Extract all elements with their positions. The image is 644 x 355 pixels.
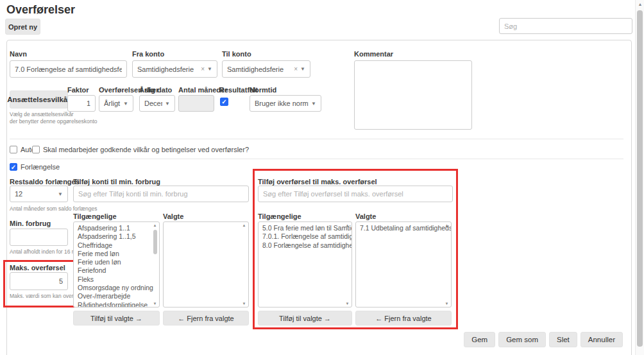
til-konto-value: Samtidighedsferie [227,65,291,73]
maks-overfoersel-search-input[interactable] [258,186,453,202]
delete-button[interactable]: Slet [549,332,577,347]
til-konto-select[interactable]: Samtidighedsferie × ▼ [222,60,310,78]
min-forbrug-selected-label: Valgte [163,212,183,220]
list-item[interactable]: 8.0 Forlængelse af samtidighedsferie - c [262,241,344,250]
list-item[interactable]: Feriefond [78,266,151,275]
faktor-input[interactable] [67,95,96,112]
min-forbrug-selected-list[interactable]: ▲ ▼ [163,221,249,307]
fra-konto-select[interactable]: Samtidighedsferie × ▼ [132,60,217,78]
list-item[interactable]: 7.0.1. Forlængelse af samtidighedsferie [262,232,344,241]
chevron-down-icon: ▼ [311,101,316,107]
overfoerelsen-sker-value: Årligt [104,100,121,107]
save-as-button[interactable]: Gem som [498,332,546,347]
cancel-button[interactable]: Annuller [580,332,623,347]
list-item[interactable]: Ferie med løn [78,250,151,258]
list-item[interactable]: 5.0 Fra ferie med løn til Samtidighedsfe… [262,224,344,232]
transfer-form-panel: Navn Fra konto Samtidighedsferie × ▼ Til… [6,40,632,355]
normtid-value: Bruger ikke normtid [255,100,309,107]
maks-overfoersel-selected-label: Valgte [355,212,376,220]
scroll-up-icon[interactable]: ▲ [241,223,247,227]
maks-overfoersel-add-button[interactable]: Tilføj til valgte → [258,311,352,325]
scroll-up-icon[interactable]: ▲ [152,223,158,227]
clear-icon[interactable]: × [294,65,298,73]
antal-maaneder-input [178,95,214,112]
scroll-up-icon[interactable]: ▲ [444,223,450,227]
list-scrollbar[interactable]: ▲ ▼ [152,223,158,306]
scroll-thumb[interactable] [153,230,157,254]
faktor-label: Faktor [67,86,89,94]
maks-overfoersel-search-label: Tilføj overførsel til maks. overførsel [258,178,377,186]
list-item[interactable]: Afspadsering 1..1 [78,224,151,232]
scroll-down-icon[interactable]: ▼ [344,302,350,306]
godkend-label: Skal medarbejder godkende vilkår og beti… [43,146,249,153]
maks-overfoersel-remove-button[interactable]: ← Fjern fra valgte [355,311,452,325]
list-item[interactable]: Omsorgsdage ny ordning [78,284,151,292]
min-forbrug-label: Min. forbrug [10,220,51,227]
restsaldo-value: 12 [15,190,55,198]
chevron-down-icon: ▼ [165,101,170,107]
scroll-up-icon[interactable]: ▲ [344,223,350,227]
fra-konto-label: Fra konto [132,50,164,58]
search-input[interactable] [499,18,632,34]
maks-overfoersel-input[interactable] [10,272,68,290]
scroll-down-icon[interactable]: ▼ [152,302,158,306]
list-item[interactable]: Ferie uden løn [78,258,151,266]
list-item[interactable]: 7.1 Udbetaling af samtidighedsferie [360,224,443,232]
auto-checkbox[interactable] [10,146,17,153]
list-scrollbar[interactable]: ▲ ▼ [344,223,350,306]
list-scrollbar[interactable]: ▲ ▼ [444,223,450,306]
list-item[interactable]: Afspadsering 1..1,5 [78,232,151,241]
resultatfelt-checkbox[interactable]: ✓ [220,98,228,106]
save-button[interactable]: Gem [464,332,495,347]
til-konto-label: Til konto [222,50,251,58]
scroll-down-icon[interactable]: ▼ [241,302,247,306]
window-scrollbar[interactable]: ▲ [635,0,644,355]
divider [10,159,623,159]
list-item[interactable]: Fleks [78,275,151,284]
normtid-select[interactable]: Bruger ikke normtid ▼ [250,95,321,112]
min-forbrug-search-input[interactable] [73,186,249,202]
chevron-down-icon: ▼ [58,191,63,197]
navn-label: Navn [10,50,27,58]
scroll-thumb[interactable] [637,10,643,347]
page-title: Overførelser [6,3,75,17]
list-item[interactable]: Cheffridage [78,241,151,250]
chevron-down-icon: ▼ [123,101,128,107]
forlaengelse-label: Forlængelse [21,163,60,171]
overfoerelsen-sker-select[interactable]: Årligt ▼ [99,95,133,112]
maks-overfoersel-available-label: Tilgængelige [258,212,301,220]
aarlig-dato-label: Årlig dato [139,86,172,94]
kommentar-textarea[interactable] [354,60,472,130]
scroll-down-icon[interactable]: ▼ [444,302,450,306]
fra-konto-value: Samtidighedsferie [137,65,198,73]
footer-actions: Gem Gem som Slet Annuller [464,332,623,347]
aarlig-dato-value: December [144,100,162,107]
godkend-checkbox[interactable] [32,146,40,153]
create-new-button[interactable]: Opret ny [5,19,40,35]
navn-input[interactable] [10,60,127,78]
maks-overfoersel-available-list[interactable]: ▲ ▼ 5.0 Fra ferie med løn til Samtidighe… [258,221,352,307]
chevron-down-icon[interactable]: ▼ [207,66,212,72]
clear-icon[interactable]: × [201,65,205,73]
restsaldo-label: Restsaldo forlænges [10,178,80,186]
maks-overfoersel-selected-list[interactable]: ▲ ▼ 7.1 Udbetaling af samtidighedsferie [355,221,452,307]
restsaldo-select[interactable]: 12 ▼ [10,186,68,202]
chevron-down-icon[interactable]: ▼ [300,66,305,72]
min-forbrug-available-label: Tilgængelige [73,212,117,220]
min-forbrug-add-button[interactable]: Tilføj til valgte → [73,311,160,325]
list-item[interactable]: Over-/merarbejde [78,292,151,300]
aarlig-dato-select[interactable]: December ▼ [139,95,175,112]
ansaettelsesvilkaar-helper-2: der benytter denne opgørelseskonto [10,118,97,125]
list-scrollbar[interactable]: ▲ ▼ [241,223,247,306]
min-forbrug-input[interactable] [10,229,68,246]
min-forbrug-remove-button[interactable]: ← Fjern fra valgte [163,311,249,325]
min-forbrug-available-list[interactable]: ▲ ▼ Afspadsering 1..1Afspadsering 1..1,5… [73,221,160,307]
list-item[interactable]: Rådighedsforpligtigelse [78,301,151,307]
ansaettelsesvilkaar-button[interactable]: Ansættelsesvilkår [10,91,68,108]
scroll-up-icon[interactable]: ▲ [636,2,644,6]
maks-overfoersel-label: Maks. overførsel [10,264,65,272]
forlaengelse-checkbox[interactable]: ✓ [10,163,17,171]
normtid-label: Normtid [250,86,276,94]
restsaldo-helper: Antal måneder som saldo forlænges [10,205,97,212]
kommentar-label: Kommentar [354,50,393,58]
